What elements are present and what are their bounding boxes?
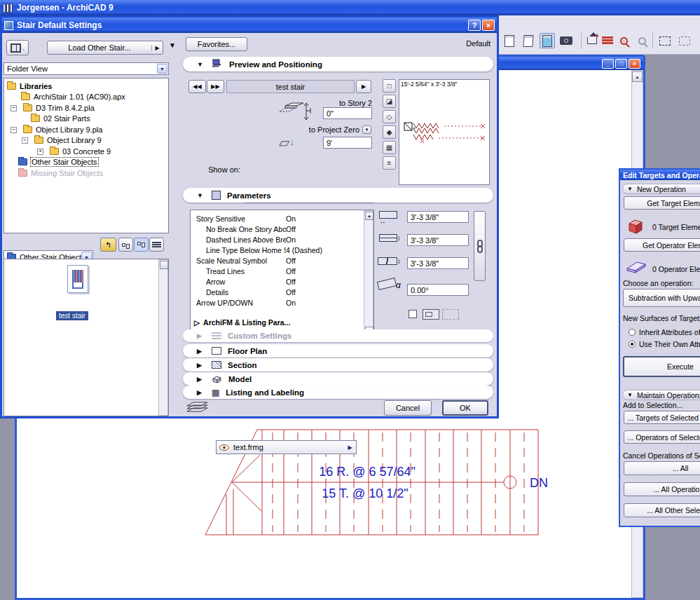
parameter-row[interactable]: Scale Neutral SymbolOff [191,255,362,266]
tree-item-archistair[interactable]: ArchiStair 1.01 (AC90).apx [21,92,125,102]
close-icon[interactable]: × [482,20,495,31]
preview-mode-plan-button[interactable]: ◪ [383,95,396,108]
inherit-attributes-radio[interactable]: Inherit Attributes of Operators [629,328,700,336]
get-operators-button[interactable]: Get Operator Elements [624,238,700,252]
collapse-expander-icon[interactable]: − [22,137,28,144]
project-offset-input[interactable]: 9' [323,137,372,149]
dim-width-input[interactable]: 3'-3 3/8" [407,211,469,223]
view-mode-select[interactable]: Folder View ▼ [4,62,169,75]
parameters-list[interactable]: Story SensitiveOn No Break One Story Abo… [190,210,374,337]
tree-item-object-library[interactable]: −Object Library 9 [22,135,102,145]
collapse-expander-icon[interactable]: − [11,127,17,133]
cancel-all-button[interactable]: ... All [624,461,700,475]
cancel-all-other-button[interactable]: ... All Other Selected [624,503,700,517]
cancel-button[interactable]: Cancel [384,400,432,416]
collapse-expander-icon[interactable]: − [11,105,17,111]
load-other-stair-button[interactable]: Load Other Stair... ▶ [47,41,163,55]
tree-item-stair-parts[interactable]: 02 Stair Parts [31,114,90,123]
maintain-operations-header[interactable]: ▼ Maintain Operations [622,390,700,400]
section-parameters[interactable]: ▼ Parameters [183,188,493,203]
preview-mode-2d-button[interactable]: □ [383,79,396,93]
object-flyout-button[interactable]: ▶ [356,80,371,93]
dim-width-icon: ↔ [379,211,397,225]
section-custom-settings: ▶ Custom Settings [183,329,493,342]
view-small-icons-button[interactable] [134,238,149,252]
view-large-icons-button[interactable] [118,238,133,252]
operator-element-icon [626,259,647,275]
story-offset-input[interactable]: 0" [323,107,372,119]
previous-object-button[interactable]: ◀◀ [188,80,206,93]
get-targets-button[interactable]: Get Target Elements [624,196,700,210]
parameters-scrollbar[interactable]: ▲ ▼ [364,210,373,336]
chevron-right-icon: ▶ [197,376,205,383]
parameter-row[interactable]: Dashed Lines Above BreakOn [191,234,362,245]
targets-of-selected-button[interactable]: ... Targets of Selected Operators [624,411,700,424]
test-stair-thumbnail[interactable] [67,265,88,293]
parameter-row[interactable]: DetailsOff [191,287,362,297]
preview-mode-photo-button[interactable]: ▦ [383,141,396,154]
tree-item-d3-trim[interactable]: −D3 Trim 8.4.2.pla [11,103,95,113]
chain-link-button[interactable] [474,211,486,281]
layers-icon[interactable] [186,400,211,416]
section-floor-plan[interactable]: ▶ Floor Plan [183,344,493,357]
object-preview-pane[interactable]: 15'-2 5/64" x 3'-3 3/8" [399,79,490,185]
preview-mode-wireframe-button[interactable]: ◇ [383,110,396,123]
up-folder-button[interactable]: ↰ [100,238,116,252]
preview-mode-notes-button[interactable]: ≡ [383,156,396,170]
dim-depth-input[interactable]: 3'-3 3/8" [407,257,469,269]
parameter-row[interactable]: ArrowOff [191,276,362,287]
tree-item-missing-stair-objects: Missing Stair Objects [18,168,103,178]
chevron-right-icon: ▶ [197,332,205,339]
own-attributes-radio[interactable]: Use Their Own Attributes [629,340,700,348]
ok-button[interactable]: OK [442,400,488,416]
browser-scroll-corner[interactable] [160,261,168,269]
dim-height-input[interactable]: 3'-3 3/8" [407,234,469,246]
archifm-listing-row[interactable]: ▷ArchiFM & Listing Para... [191,317,362,327]
parameter-row[interactable]: Line Type Below Home S...4 (Dashed) [191,245,362,255]
operator-count-label: 0 Operator Elements [652,265,700,273]
preview-positioning-icon [212,59,223,69]
scroll-up-icon[interactable]: ▲ [365,212,373,220]
cancel-all-operations-button[interactable]: ... All Operations [624,482,700,496]
section-listing-labeling[interactable]: ▶ ▦ Listing and Labeling [183,386,493,399]
browser-settings-button[interactable]: , [6,40,29,55]
section-model[interactable]: ▶ Model [183,372,493,386]
chevron-right-icon: ▷ [191,318,203,327]
tree-item-libraries[interactable]: Libraries [7,81,52,91]
angle-input[interactable]: 0.00° [407,284,469,296]
test-stair-label[interactable]: test stair [56,311,88,320]
section-preview-positioning[interactable]: ▼ Preview and Positioning [183,57,493,71]
library-tree: Libraries ArchiStair 1.01 (AC90).apx −D3… [4,78,169,233]
tree-item-object-library-pla[interactable]: −Object Library 9.pla [11,125,102,135]
dialog-titlebar[interactable]: Stair Default Settings ? × [2,18,497,33]
reference-level-flyout-button[interactable]: ▼ [362,125,371,134]
chevron-down-icon: ▼ [197,192,205,199]
help-icon[interactable]: ? [468,20,481,31]
new-operation-header[interactable]: ▼ New Operation [622,184,700,194]
layer-select[interactable]: text.frmg ▶ [216,440,357,454]
expand-expander-icon[interactable]: + [37,149,43,155]
view-list-button[interactable] [149,238,164,252]
pane-collapse-icon[interactable]: ▼ [169,41,176,49]
favorites-button[interactable]: Favorites... [186,37,247,51]
preview-mode-shaded-button[interactable]: ◆ [383,125,396,139]
section-section[interactable]: ▶ Section [183,358,493,371]
next-object-button[interactable]: ▶▶ [207,80,224,93]
parameter-row[interactable]: No Break One Story Abo...Off [191,224,362,234]
parameter-row[interactable]: Arrow UP/DOWNOn [191,297,362,308]
folder-icon [23,126,32,133]
angle-icon: α [378,280,401,290]
mirror-checkbox[interactable] [409,310,417,318]
execute-button[interactable]: Execute [623,356,700,377]
chevron-down-icon: ▼ [627,186,633,192]
palette-titlebar[interactable]: Edit Targets and Operations [620,170,700,180]
browser-scrollbar[interactable] [158,259,168,416]
tree-item-concrete[interactable]: +03 Concrete 9 [37,146,111,156]
folder-icon [21,93,30,100]
operation-select[interactable]: Subtraction with Upwards Extrusion [623,289,700,307]
operators-of-selected-button[interactable]: ... Operators of Selected Targets [624,430,700,444]
object-name-bar[interactable]: test stair [226,80,355,93]
parameter-row[interactable]: Tread LinesOff [191,266,362,276]
parameter-row[interactable]: Story SensitiveOn [191,213,362,224]
tree-item-other-stair-objects[interactable]: Other Stair Objects [18,157,98,167]
